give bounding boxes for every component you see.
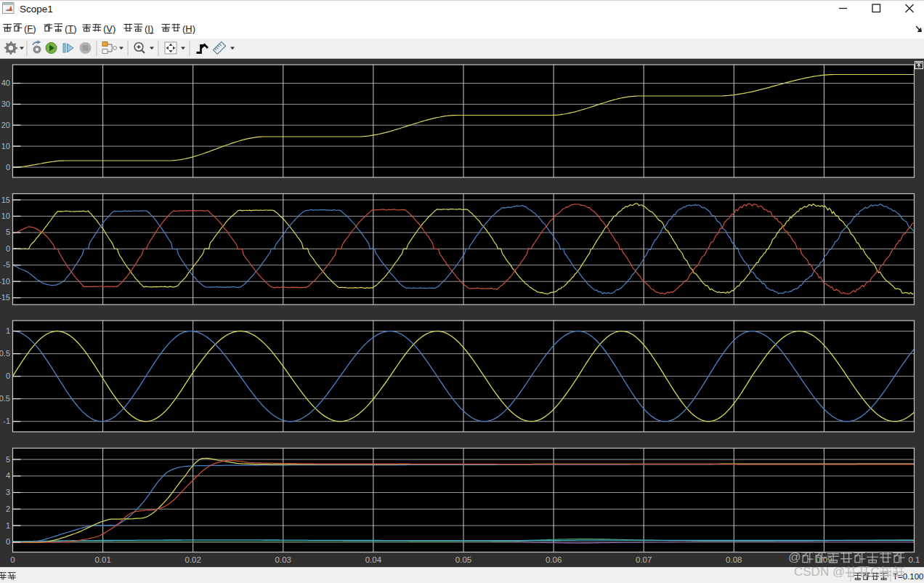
svg-text:(T): (T): [65, 23, 77, 34]
svg-text:1: 1: [6, 326, 10, 335]
svg-text:0.06: 0.06: [546, 555, 562, 564]
svg-text:10: 10: [1, 142, 10, 150]
svg-text:CSDN @: CSDN @: [794, 565, 845, 579]
svg-text:0.04: 0.04: [365, 555, 382, 564]
svg-text:-1: -1: [3, 417, 10, 425]
svg-text:40: 40: [1, 79, 10, 87]
svg-text:C: C: [870, 565, 879, 579]
svg-text:(F): (F): [24, 23, 36, 34]
svg-text:2: 2: [6, 504, 10, 513]
svg-text:1: 1: [6, 521, 10, 530]
svg-text:(H): (H): [182, 23, 195, 34]
svg-text:0.5: 0.5: [0, 349, 10, 358]
svg-text:(V): (V): [103, 23, 115, 34]
svg-text:5: 5: [6, 228, 10, 236]
svg-text:15: 15: [1, 196, 10, 204]
svg-text:0.05: 0.05: [455, 555, 471, 564]
svg-text:0: 0: [6, 371, 10, 380]
svg-text:0: 0: [10, 555, 15, 564]
svg-text:-15: -15: [0, 293, 10, 302]
svg-text:(I): (I): [145, 23, 153, 34]
svg-text:-10: -10: [0, 277, 10, 286]
svg-text:0: 0: [6, 244, 10, 253]
svg-text:0: 0: [6, 163, 10, 172]
svg-text:@: @: [788, 550, 801, 564]
svg-text:0: 0: [6, 537, 10, 546]
svg-text:0.02: 0.02: [185, 555, 201, 564]
svg-text:0.07: 0.07: [636, 555, 652, 564]
svg-text:0.01: 0.01: [94, 555, 110, 564]
svg-text:20: 20: [1, 121, 10, 129]
svg-text:5: 5: [6, 455, 10, 464]
svg-text:4: 4: [6, 471, 10, 480]
svg-text:Scope1: Scope1: [20, 4, 53, 15]
svg-text:-5: -5: [3, 260, 10, 269]
svg-text:0.03: 0.03: [275, 555, 291, 564]
svg-text:3: 3: [6, 488, 10, 496]
svg-text:30: 30: [1, 100, 10, 108]
svg-text:10: 10: [1, 212, 10, 220]
svg-text:-0.5: -0.5: [0, 394, 10, 403]
